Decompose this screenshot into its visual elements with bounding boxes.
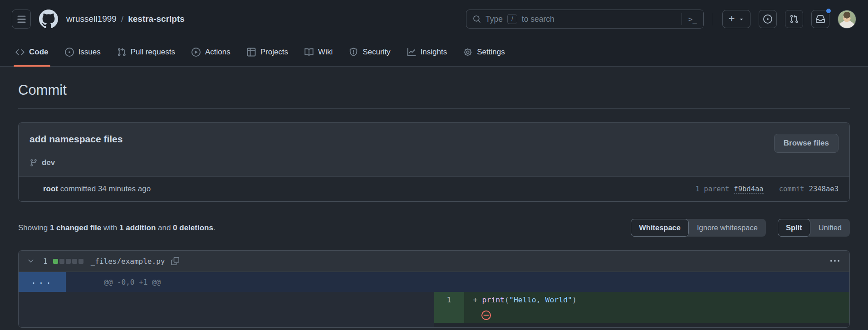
tab-settings[interactable]: Settings bbox=[455, 38, 513, 66]
whitespace-button[interactable]: Whitespace bbox=[631, 219, 689, 237]
line-number-empty bbox=[434, 307, 464, 323]
diff-split-body: 1 + print("Hello, World") bbox=[19, 292, 849, 327]
chevron-down-icon[interactable] bbox=[27, 257, 35, 265]
issue-opened-icon bbox=[65, 48, 74, 57]
issues-dashboard-button[interactable] bbox=[759, 10, 777, 28]
repo-nav: Code Issues Pull requests Actions Projec… bbox=[0, 38, 868, 66]
tab-label: Actions bbox=[205, 48, 230, 57]
whitespace-toggle: Whitespace Ignore whitespace bbox=[631, 219, 766, 237]
file-options-button[interactable] bbox=[829, 255, 841, 267]
breadcrumb-owner[interactable]: wrussell1999 bbox=[66, 14, 117, 24]
file-changes-count: 1 bbox=[43, 257, 48, 266]
global-menu-button[interactable] bbox=[12, 10, 31, 29]
breadcrumb-repo[interactable]: kestra-scripts bbox=[128, 14, 185, 24]
summary-changed-files: 1 changed file bbox=[50, 223, 101, 232]
tab-wiki[interactable]: Wiki bbox=[296, 38, 341, 66]
split-unified-toggle: Split Unified bbox=[778, 219, 850, 237]
search-placeholder-prefix: Type bbox=[485, 15, 503, 24]
diffstat-square bbox=[78, 259, 83, 264]
diff-view-controls: Whitespace Ignore whitespace Split Unifi… bbox=[631, 219, 850, 237]
book-icon bbox=[304, 48, 314, 57]
copy-file-path-button[interactable] bbox=[170, 256, 180, 266]
tab-pull-requests[interactable]: Pull requests bbox=[109, 38, 183, 66]
no-newline-row bbox=[434, 307, 850, 323]
code-token-plain: + bbox=[473, 296, 482, 304]
kebab-horizontal-icon bbox=[830, 257, 839, 266]
summary-and: and bbox=[156, 223, 173, 232]
commit-sha: 2348ae3 bbox=[809, 185, 839, 193]
parent-label: 1 parent bbox=[696, 185, 730, 193]
tab-insights[interactable]: Insights bbox=[399, 38, 456, 66]
parent-sha-link[interactable]: f9bd4aa bbox=[734, 185, 763, 194]
github-logo-icon[interactable] bbox=[39, 10, 58, 29]
hamburger-icon bbox=[17, 15, 26, 24]
page-title: Commit bbox=[18, 82, 850, 109]
copy-icon bbox=[171, 257, 179, 265]
inbox-button[interactable] bbox=[811, 10, 829, 28]
diffstat-square bbox=[59, 259, 64, 264]
avatar[interactable] bbox=[838, 10, 856, 29]
slash-key-hint: / bbox=[507, 14, 517, 24]
search-icon bbox=[473, 15, 481, 23]
create-new-button[interactable]: + bbox=[722, 10, 750, 28]
diff-hunk-row: ... @@ -0,0 +1 @@ bbox=[19, 272, 849, 292]
breadcrumb: wrussell1999 / kestra-scripts bbox=[66, 14, 185, 24]
commit-card: add namespace files dev Browse files roo… bbox=[18, 122, 850, 202]
search-input[interactable]: Type / to search >_ bbox=[466, 10, 704, 29]
summary-showing: Showing bbox=[18, 223, 50, 232]
play-icon bbox=[191, 48, 201, 57]
summary-additions: 1 addition bbox=[119, 223, 156, 232]
code-token-plain: ) bbox=[572, 296, 577, 304]
breadcrumb-separator: / bbox=[121, 14, 123, 24]
shield-icon bbox=[349, 48, 358, 57]
command-palette-icon[interactable]: >_ bbox=[687, 15, 697, 24]
plus-icon: + bbox=[728, 13, 735, 24]
summary-with: with bbox=[101, 223, 119, 232]
diff-file-header: 1 _files/example.py bbox=[19, 251, 849, 272]
commit-label: commit bbox=[779, 185, 804, 193]
commit-meta-row: root committed 34 minutes ago 1 parent f… bbox=[19, 176, 849, 201]
tab-label: Pull requests bbox=[131, 48, 175, 57]
expand-hunk-button[interactable]: ... bbox=[19, 272, 66, 292]
committed-text: committed 34 minutes ago bbox=[60, 184, 151, 193]
diffstat bbox=[53, 259, 83, 264]
inbox-icon bbox=[816, 15, 825, 24]
commit-hashes: 1 parent f9bd4aa commit 2348ae3 bbox=[696, 185, 839, 194]
file-path[interactable]: _files/example.py bbox=[91, 257, 165, 266]
search-placeholder-suffix: to search bbox=[522, 15, 554, 24]
browse-files-button[interactable]: Browse files bbox=[774, 134, 839, 153]
triangle-down-icon bbox=[738, 16, 745, 22]
diffstat-square bbox=[72, 259, 77, 264]
diff-summary-row: Showing 1 changed file with 1 addition a… bbox=[18, 219, 850, 237]
ignore-whitespace-button[interactable]: Ignore whitespace bbox=[689, 219, 766, 237]
split-button[interactable]: Split bbox=[778, 219, 810, 237]
tab-label: Security bbox=[363, 48, 390, 57]
tab-security[interactable]: Security bbox=[341, 38, 398, 66]
table-icon bbox=[247, 48, 256, 57]
diff-left-pane-empty bbox=[19, 292, 434, 327]
summary-period: . bbox=[213, 223, 216, 232]
pull-requests-dashboard-button[interactable] bbox=[785, 10, 803, 28]
tab-actions[interactable]: Actions bbox=[183, 38, 239, 66]
tab-code[interactable]: Code bbox=[7, 38, 57, 66]
global-header: wrussell1999 / kestra-scripts Type / to … bbox=[0, 0, 868, 38]
unified-button[interactable]: Unified bbox=[810, 219, 850, 237]
summary-deletions: 0 deletions bbox=[173, 223, 213, 232]
code-icon bbox=[15, 48, 25, 57]
branch-name[interactable]: dev bbox=[42, 158, 55, 167]
tab-projects[interactable]: Projects bbox=[239, 38, 296, 66]
changed-files-summary: Showing 1 changed file with 1 addition a… bbox=[18, 223, 216, 233]
search-divider bbox=[682, 13, 682, 25]
main-content: Commit add namespace files dev Browse fi… bbox=[0, 82, 868, 328]
git-pull-request-icon bbox=[117, 48, 126, 57]
no-newline-at-eof-icon bbox=[481, 293, 544, 328]
branch-row[interactable]: dev bbox=[29, 158, 123, 167]
line-number[interactable]: 1 bbox=[434, 292, 464, 307]
issue-opened-icon bbox=[763, 15, 772, 24]
tab-label: Wiki bbox=[318, 48, 333, 57]
committer-info: root committed 34 minutes ago bbox=[43, 184, 151, 194]
no-newline-cell bbox=[464, 307, 850, 323]
diffstat-square bbox=[66, 259, 71, 264]
tab-label: Settings bbox=[477, 48, 505, 57]
tab-issues[interactable]: Issues bbox=[57, 38, 109, 66]
